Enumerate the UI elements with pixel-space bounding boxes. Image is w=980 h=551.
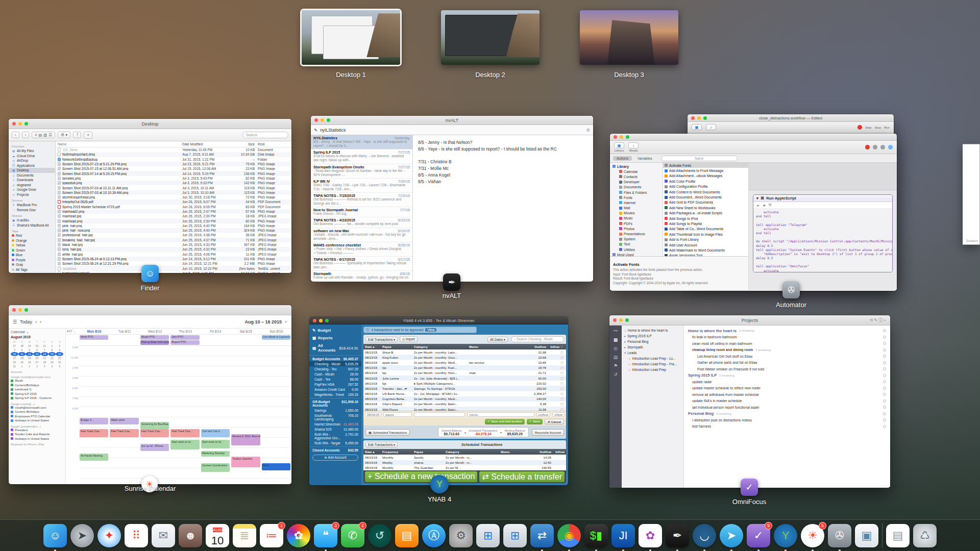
workflow-canvas[interactable]: ▾⌘Run AppleScript ►■⚒ activate end tell … [749, 163, 897, 290]
mini-month-day[interactable]: 6 [33, 348, 41, 352]
action-row[interactable]: Add Content to Word Documents [663, 189, 748, 194]
calendar-event[interactable]: Content Coordination [201, 463, 230, 471]
nvalt-search-bar[interactable]: ✎ nyILStatistics ⚙ [311, 125, 593, 135]
sidebar-item[interactable]: ▱dogeared [12, 183, 55, 188]
mini-month-day[interactable]: 10 [11, 352, 18, 356]
run-button[interactable] [888, 145, 893, 149]
scheduled-transactions-button[interactable]: ▦Scheduled Transactions [365, 429, 410, 436]
desktop-3-thumbnail[interactable] [580, 10, 678, 65]
calendar-checkbox[interactable] [11, 419, 13, 422]
mini-month-day[interactable]: 21 [41, 356, 48, 360]
day-header[interactable]: Fri 8/14 [201, 329, 231, 334]
tab-actions[interactable]: Actions [613, 156, 632, 161]
calendar-event[interactable]: Toolbox Sparkful [231, 457, 260, 468]
dock-item[interactable]: ▣ [855, 524, 878, 547]
note-editor[interactable]: 8/5 - Jenny - Is that Nelson? 8/6 - Yaye… [413, 135, 593, 280]
account-row[interactable]: Amazon Credit Card 0.00 [309, 387, 361, 392]
tag-item[interactable]: Red [12, 233, 55, 238]
close-button[interactable] [691, 116, 695, 120]
all-dates-dropdown[interactable]: All Dates ▾ [487, 337, 508, 342]
library-category[interactable]: Calendar [612, 169, 663, 174]
all-day-event[interactable]: Jarri PTO [170, 335, 199, 340]
dock-app-icon[interactable]: ⊞ [503, 524, 527, 547]
mini-month-day[interactable]: 1 [18, 364, 26, 368]
account-row[interactable]: Checking - Micah 5,635.29 [309, 361, 361, 366]
calendar-checkbox[interactable] [11, 380, 13, 382]
sidebar-item[interactable]: ▣rt-ac66u [12, 218, 55, 223]
close-button[interactable] [313, 319, 316, 322]
sidebar-item[interactable]: ⌸Shaina's MacBook Air [12, 223, 55, 228]
action-row[interactable]: Add Document...Word Documents [663, 194, 748, 199]
ynab-window[interactable]: YNAB 4 v4.3.855 - Tex & Micah Silverman … [309, 317, 568, 485]
day-header[interactable]: Sun 8/16 [261, 329, 291, 334]
zoom-button[interactable] [626, 135, 629, 139]
dock-app-icon[interactable]: ☻ [179, 524, 202, 547]
action-row[interactable]: Add Grid to PDF Documents [663, 200, 748, 205]
dock-app-icon[interactable]: JI [611, 524, 635, 547]
mini-month-day[interactable]: 1 [48, 344, 56, 348]
perspective-tab[interactable]: ◎ [614, 346, 618, 351]
file-row[interactable]: Nothingimportant.dmg Aug 7, 2015, 9:11 A… [56, 152, 291, 157]
calendar-account-row[interactable]: Content Birthdays [11, 410, 63, 414]
account-row[interactable]: Shaina 529 12,480.00 [309, 427, 361, 432]
mini-month-day[interactable]: 16 [56, 352, 63, 356]
dock-app-icon[interactable]: ➤ [70, 524, 94, 547]
sidebar-item[interactable]: ☁iCloud Drive [12, 154, 55, 159]
txn-cleared-checkbox[interactable]: ▢ [559, 397, 565, 400]
close-button[interactable] [12, 122, 16, 126]
mini-month-day[interactable]: 9 [56, 348, 63, 352]
calendar-checkbox[interactable] [11, 415, 13, 417]
transaction-row[interactable]: 08/13/15 Transfer : Sav...⇄ Savings: To … [363, 386, 566, 391]
calendar-account-row[interactable]: Facebook for iPhone / iPad [11, 443, 63, 446]
disclosure-triangle-icon[interactable]: ▾ [756, 196, 758, 201]
action-menu-button[interactable]: ⚙ ▾ [58, 132, 70, 138]
mini-month-day[interactable]: 22 [48, 356, 56, 360]
mini-month-day[interactable]: 14 [41, 352, 48, 356]
task-checkbox[interactable] [883, 342, 886, 345]
nvalt-app-icon[interactable]: ✒ [443, 273, 460, 291]
dock-item[interactable]: ➤ [70, 524, 94, 547]
calendar-account-row[interactable]: Employees PTO Calendar [11, 414, 63, 419]
library-category[interactable]: PDFs [612, 221, 663, 226]
library-category[interactable]: System [612, 237, 663, 242]
action-row[interactable]: Add Songs to Playlist [663, 221, 748, 226]
dock-app-icon[interactable]: ✿ [287, 524, 310, 547]
applescript-code[interactable]: activate end tell tell application "Tele… [753, 209, 892, 272]
step-label[interactable]: Step [865, 126, 871, 129]
file-row[interactable]: .localized Jun 10, 2015, 12:22 PM Zero b… [56, 266, 291, 270]
txn-cleared-checkbox[interactable]: ▢ [559, 366, 565, 369]
library-root[interactable]: Library [612, 164, 663, 169]
search-input[interactable]: Search [242, 132, 288, 138]
txn-cleared-checkbox[interactable]: ▢ [559, 387, 565, 390]
file-row[interactable]: pink_hair.png Jun 25, 2015, 4:40 PM 164 … [56, 223, 291, 228]
action-row[interactable]: Add Packages-a...ot-Install Scripts [663, 211, 748, 216]
library-category[interactable]: Documents [612, 185, 663, 190]
note-list-item[interactable]: Spring ILP 20157/27/15 5/18/15 Issues to… [311, 149, 412, 164]
action-search-input[interactable]: Name [661, 156, 738, 161]
minimize-button[interactable] [319, 319, 323, 322]
action-row[interactable]: Add Table of Co...Word Documents [663, 227, 748, 232]
sidebar-item[interactable]: ▤All My Files [12, 148, 55, 154]
calendar-account-row[interactable]: Micah [11, 379, 63, 383]
calendar-event[interactable]: 4d Hands Meeting [80, 454, 108, 461]
dock-item[interactable]: ✦ [97, 524, 121, 547]
tag-item[interactable]: Yellow [12, 243, 55, 248]
calendar-checkbox[interactable] [11, 437, 13, 440]
file-row[interactable]: pink_hair_now.png Jun 25, 2015, 4:40 PM … [56, 228, 291, 233]
file-row[interactable]: stormtrooperhead.png Jun 30, 2015, 3:16 … [56, 195, 291, 199]
task-row[interactable]: update radar [684, 379, 890, 385]
mini-month-day[interactable]: 27 [33, 360, 41, 364]
account-row[interactable]: Closed Accounts $43.50 [309, 446, 361, 453]
window-controls[interactable] [313, 319, 329, 322]
task-row[interactable]: I distraction post on distractions notes… [684, 417, 890, 423]
dock-item[interactable]: ✇ [828, 524, 851, 547]
dock-app-icon[interactable]: ✇ [828, 524, 851, 547]
task-row[interactable]: cleanup living room and dining room 3 re… [684, 347, 890, 354]
schedule-new-transaction-button[interactable]: + Schedule a new transaction [365, 471, 477, 482]
dock-item[interactable]: JI [611, 524, 635, 547]
task-checkbox[interactable] [883, 367, 886, 370]
calendar-account-row[interactable]: Landmark IL [11, 387, 63, 392]
account-row[interactable]: PayFlex HSA 267.52 [309, 382, 361, 387]
sidebar-item[interactable]: ▱Google Drive [12, 187, 55, 192]
txn-cleared-checkbox[interactable]: ▢ [559, 408, 565, 411]
